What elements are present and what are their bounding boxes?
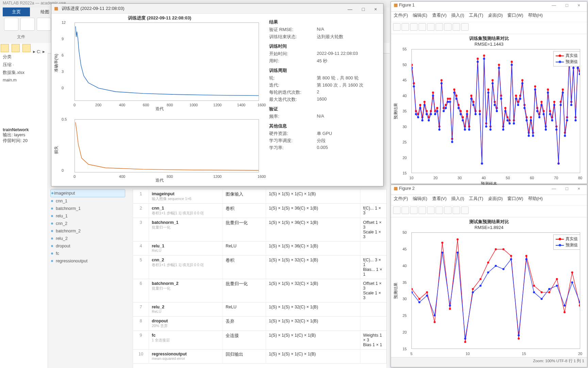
table-row[interactable]: 7 relu_2ReLU ReLU 1(S) × 1(S) × 32(C) × … bbox=[133, 303, 387, 317]
toolbar-icon[interactable] bbox=[444, 206, 452, 214]
menu-item[interactable]: 帮助(H) bbox=[528, 196, 543, 201]
graph-node[interactable]: relu_1 bbox=[50, 212, 125, 220]
svg-point-127 bbox=[511, 64, 513, 66]
figure-1-titlebar[interactable]: ▦ Figure 1 — □ × bbox=[391, 2, 587, 12]
svg-point-87 bbox=[426, 113, 428, 115]
svg-point-156 bbox=[572, 67, 574, 69]
figure-2-chart-title: 测试集预测结果对比RMSE=1.8924 bbox=[391, 217, 587, 231]
menu-item[interactable]: 文件(F) bbox=[394, 13, 408, 18]
table-row[interactable]: 2 cnn_1卷积1×1 步幅[1 1] 填充[0 0 0 0] 卷积 1(S)… bbox=[133, 204, 387, 218]
info-key: 学习率调度: bbox=[269, 138, 317, 144]
svg-point-190 bbox=[464, 338, 466, 340]
window-controls[interactable]: — □ × bbox=[348, 4, 381, 14]
figure-2-axes bbox=[411, 232, 580, 349]
graph-node[interactable]: dropout bbox=[50, 242, 125, 250]
toolbar-icon[interactable] bbox=[427, 23, 435, 31]
menu-item[interactable]: 查看(V) bbox=[432, 196, 447, 201]
path-segment-icon[interactable] bbox=[22, 44, 31, 52]
toolbar-icon[interactable] bbox=[436, 23, 443, 31]
toolbar-icon[interactable] bbox=[419, 23, 426, 31]
menu-item[interactable]: 窗口(W) bbox=[507, 13, 523, 18]
ribbon-tab-home[interactable]: 主页 bbox=[3, 7, 30, 16]
window-controls[interactable]: — □ × bbox=[552, 3, 584, 8]
figure-2-menubar[interactable]: 文件(F)编辑(E)查看(V)插入(I)工具(T)桌面(D)窗口(W)帮助(H) bbox=[391, 195, 587, 205]
figure-2-titlebar[interactable]: ▦ Figure 2 — □ × bbox=[391, 185, 587, 195]
file-item[interactable]: 数据集.xlsx bbox=[0, 69, 48, 77]
svg-point-140 bbox=[538, 116, 540, 118]
info-key: 迭代: bbox=[269, 82, 317, 88]
svg-point-101 bbox=[455, 98, 457, 100]
svg-point-94 bbox=[440, 82, 442, 84]
graph-node[interactable]: imageinput bbox=[50, 189, 125, 197]
y-axis-label: 预测结果 bbox=[393, 282, 399, 299]
table-row[interactable]: 4 relu_1ReLU ReLU 1(S) × 1(S) × 36(C) × … bbox=[133, 242, 387, 256]
graph-node[interactable]: regressionoutput bbox=[50, 257, 125, 265]
svg-point-1 bbox=[413, 82, 415, 84]
graph-node[interactable]: fc bbox=[50, 250, 125, 257]
file-item[interactable]: 压缩 · bbox=[0, 61, 48, 69]
toolbar-icon[interactable] bbox=[427, 206, 435, 214]
file-item[interactable]: 分类 bbox=[0, 53, 48, 61]
toolbar-icon[interactable] bbox=[393, 23, 401, 31]
toolbar-icon[interactable] bbox=[436, 206, 443, 214]
menu-item[interactable]: 桌面(D) bbox=[488, 13, 503, 18]
toolbar-icon[interactable] bbox=[453, 206, 460, 214]
table-row[interactable]: 6 batchnorm_2批量归一化 批量归一化 1(S) × 1(S) × 3… bbox=[133, 279, 387, 303]
figure-1-menubar[interactable]: 文件(F)编辑(E)查看(V)插入(I)工具(T)桌面(D)窗口(W)帮助(H) bbox=[391, 12, 587, 22]
figure-2-toolbar[interactable] bbox=[391, 205, 587, 217]
menu-item[interactable]: 插入(I) bbox=[451, 13, 464, 18]
toolbar-icon[interactable] bbox=[402, 23, 409, 31]
graph-node[interactable]: batchnorm_2 bbox=[50, 227, 125, 235]
graph-node[interactable]: relu_2 bbox=[50, 235, 125, 242]
svg-point-71 bbox=[562, 88, 564, 90]
menu-item[interactable]: 帮助(H) bbox=[528, 13, 543, 18]
menu-item[interactable]: 桌面(D) bbox=[488, 196, 503, 201]
svg-point-97 bbox=[447, 101, 449, 103]
menu-item[interactable]: 编辑(E) bbox=[413, 196, 427, 201]
menu-item[interactable]: 工具(T) bbox=[469, 196, 483, 201]
table-row[interactable]: 1 imageinput输入图像 sequence 1×6 图像输入 1(S) … bbox=[133, 189, 387, 204]
svg-point-83 bbox=[417, 116, 419, 118]
menu-item[interactable]: 插入(I) bbox=[451, 196, 464, 201]
new-livescript-icon[interactable] bbox=[20, 18, 35, 31]
table-row[interactable]: 8 dropout20% 丢弃 丢弃 1(S) × 1(S) × 32(C) ×… bbox=[133, 317, 387, 331]
figure-2-title: Figure 2 bbox=[399, 186, 414, 191]
toolbar-icon[interactable] bbox=[419, 206, 426, 214]
info-val: 单 GPU bbox=[317, 131, 378, 137]
graph-node[interactable]: cnn_1 bbox=[50, 197, 125, 205]
toolbar-icon[interactable] bbox=[453, 23, 460, 31]
toolbar-icon[interactable] bbox=[410, 23, 418, 31]
menu-item[interactable]: 工具(T) bbox=[469, 13, 483, 18]
svg-point-167 bbox=[464, 341, 466, 343]
new-script-icon[interactable] bbox=[4, 18, 18, 31]
window-controls[interactable]: — □ × bbox=[552, 186, 584, 191]
graph-node[interactable]: cnn_2 bbox=[50, 220, 125, 227]
toolbar-icon[interactable] bbox=[461, 23, 469, 31]
table-row[interactable]: 10 regressionoutputmean-squared-error 回归… bbox=[133, 350, 387, 364]
table-row[interactable]: 9 fc1 全连接层 全连接 1(S) × 1(S) × 1(C) × 1(B)… bbox=[133, 331, 387, 350]
app-icon: ▦ bbox=[54, 6, 58, 11]
toolbar-icon[interactable] bbox=[461, 206, 469, 214]
svg-point-44 bbox=[504, 107, 506, 109]
toolbar-icon[interactable] bbox=[444, 23, 452, 31]
file-item[interactable]: main.m bbox=[0, 77, 48, 83]
menu-item[interactable]: 窗口(W) bbox=[507, 196, 523, 201]
open-icon[interactable] bbox=[37, 18, 51, 31]
table-row[interactable]: 5 cnn_2卷积1×1 步幅[1 1] 填充[0 0 0 0] 卷积 1(S)… bbox=[133, 256, 387, 279]
menu-item[interactable]: 编辑(E) bbox=[413, 13, 427, 18]
menu-item[interactable]: 查看(V) bbox=[432, 13, 447, 18]
svg-point-147 bbox=[553, 104, 555, 106]
figure-1-window: ▦ Figure 1 — □ × 文件(F)编辑(E)查看(V)插入(I)工具(… bbox=[391, 1, 587, 184]
path-segment-icon[interactable] bbox=[1, 44, 9, 52]
x-axis-label: 迭代 bbox=[156, 178, 164, 183]
svg-point-11 bbox=[434, 110, 436, 112]
toolbar-icon[interactable] bbox=[402, 206, 409, 214]
toolbar-icon[interactable] bbox=[393, 206, 401, 214]
figure-1-toolbar[interactable] bbox=[391, 22, 587, 34]
table-row[interactable]: 3 batchnorm_1批量归一化 批量归一化 1(S) × 1(S) × 3… bbox=[133, 218, 387, 242]
training-titlebar[interactable]: ▦ 训练进度 (2022-09-11 22:08:03) — □ × bbox=[51, 4, 383, 14]
menu-item[interactable]: 文件(F) bbox=[394, 196, 408, 201]
toolbar-icon[interactable] bbox=[410, 206, 418, 214]
path-segment-icon[interactable] bbox=[12, 44, 20, 52]
graph-node[interactable]: batchnorm_1 bbox=[50, 205, 125, 212]
